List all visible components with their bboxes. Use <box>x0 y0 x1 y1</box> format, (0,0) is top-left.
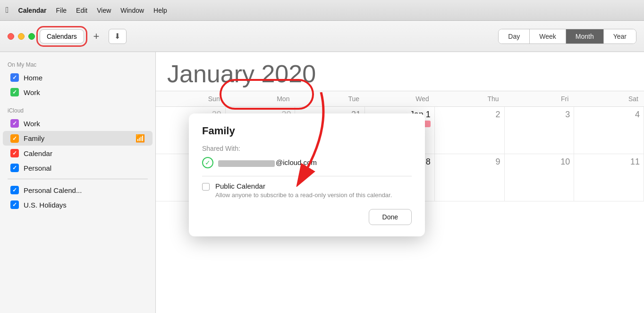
sidebar-calendar-label: Calendar <box>24 149 145 157</box>
menubar:  Calendar File Edit View Window Help <box>0 0 644 21</box>
popup-divider <box>202 176 412 176</box>
checkmark-icon: ✓ <box>12 150 17 156</box>
work-local-checkbox[interactable]: ✓ <box>10 88 19 96</box>
calendar-area: January 2020 Sun Mon Tue Wed Thu Fri Sat… <box>156 52 644 313</box>
public-calendar-label: Public Calendar <box>215 182 392 190</box>
popup-overlay: Family Shared With: ✓ @icloud.com Public… <box>156 52 644 313</box>
menu-edit[interactable]: Edit <box>76 7 87 14</box>
sidebar-work-icloud-label: Work <box>24 120 145 128</box>
sidebar-personal-cal-label: Personal Calend... <box>24 186 145 194</box>
checkmark-icon: ✓ <box>12 74 17 81</box>
export-button[interactable]: ⬇ <box>109 29 127 44</box>
minimize-button[interactable] <box>18 33 25 40</box>
popup-shared-row: ✓ @icloud.com <box>202 157 412 168</box>
wifi-icon: 📶 <box>136 134 145 143</box>
view-switcher: Day Week Month Year <box>498 29 636 44</box>
sidebar-divider <box>8 179 148 179</box>
view-day-button[interactable]: Day <box>499 29 530 43</box>
checkmark-icon: ✓ <box>12 135 17 142</box>
toolbar: Calendars + ⬇ Day Week Month Year <box>0 21 644 52</box>
popup-email: @icloud.com <box>218 158 317 166</box>
sidebar-home-label: Home <box>24 74 145 82</box>
popup-shared-label: Shared With: <box>202 145 412 152</box>
family-popup: Family Shared With: ✓ @icloud.com Public… <box>189 113 425 236</box>
maximize-button[interactable] <box>28 33 35 40</box>
checkmark-icon: ✓ <box>12 187 17 193</box>
checkmark-icon: ✓ <box>12 165 17 171</box>
done-button[interactable]: Done <box>369 209 412 225</box>
sidebar-section-icloud: iCloud <box>0 104 155 116</box>
work-icloud-checkbox[interactable]: ✓ <box>10 119 19 128</box>
sidebar-item-personal-cal[interactable]: ✓ Personal Calend... <box>3 183 153 197</box>
sidebar-item-family[interactable]: ✓ Family 📶 <box>3 131 153 146</box>
calendars-button[interactable]: Calendars <box>40 29 84 43</box>
sidebar-item-us-holidays[interactable]: ✓ U.S. Holidays <box>3 198 153 212</box>
calendars-label: Calendars <box>47 33 77 40</box>
add-icon: + <box>93 30 99 43</box>
sidebar-item-work-local[interactable]: ✓ Work <box>3 85 153 99</box>
view-year-button[interactable]: Year <box>604 29 636 43</box>
us-holidays-checkbox[interactable]: ✓ <box>10 200 19 209</box>
menu-calendar[interactable]: Calendar <box>18 7 47 14</box>
apple-menu[interactable]:  <box>6 5 9 15</box>
close-button[interactable] <box>8 33 14 40</box>
sidebar-work-local-label: Work <box>24 88 145 96</box>
personal-checkbox[interactable]: ✓ <box>10 164 19 172</box>
sidebar: On My Mac ✓ Home ✓ Work iCloud ✓ Work ✓ <box>0 52 156 313</box>
sidebar-section-on-my-mac: On My Mac <box>0 59 155 70</box>
sidebar-personal-label: Personal <box>24 164 145 172</box>
family-checkbox[interactable]: ✓ <box>10 134 19 143</box>
sidebar-item-personal[interactable]: ✓ Personal <box>3 161 153 175</box>
sidebar-item-home[interactable]: ✓ Home <box>3 70 153 85</box>
public-calendar-desc: Allow anyone to subscribe to a read-only… <box>215 191 392 200</box>
menu-window[interactable]: Window <box>120 7 144 14</box>
checkmark-icon: ✓ <box>12 201 17 208</box>
email-domain: @icloud.com <box>276 158 317 166</box>
export-icon: ⬇ <box>114 32 120 41</box>
sidebar-us-holidays-label: U.S. Holidays <box>24 201 145 209</box>
email-blur-icon <box>218 160 275 167</box>
popup-cb-text: Public Calendar Allow anyone to subscrib… <box>215 182 392 200</box>
popup-title: Family <box>202 125 412 137</box>
sidebar-item-work-icloud[interactable]: ✓ Work <box>3 116 153 130</box>
view-week-button[interactable]: Week <box>530 29 566 43</box>
view-month-button[interactable]: Month <box>566 29 604 43</box>
menu-help[interactable]: Help <box>153 7 167 14</box>
sidebar-item-calendar[interactable]: ✓ Calendar <box>3 146 153 160</box>
add-event-button[interactable]: + <box>89 29 104 44</box>
calendar-checkbox[interactable]: ✓ <box>10 149 19 157</box>
checkmark-icon: ✓ <box>12 89 17 96</box>
checkmark-icon: ✓ <box>12 120 17 127</box>
menu-file[interactable]: File <box>56 7 67 14</box>
popup-footer: Done <box>202 209 412 225</box>
home-checkbox[interactable]: ✓ <box>10 73 19 82</box>
sidebar-family-label: Family <box>24 134 131 142</box>
main-layout: On My Mac ✓ Home ✓ Work iCloud ✓ Work ✓ <box>0 52 644 313</box>
personal-cal-checkbox[interactable]: ✓ <box>10 186 19 194</box>
menu-view[interactable]: View <box>97 7 111 14</box>
shared-check-icon: ✓ <box>202 157 213 168</box>
public-calendar-checkbox[interactable] <box>202 183 210 191</box>
window-controls <box>8 33 35 40</box>
popup-public-row: Public Calendar Allow anyone to subscrib… <box>202 182 412 200</box>
